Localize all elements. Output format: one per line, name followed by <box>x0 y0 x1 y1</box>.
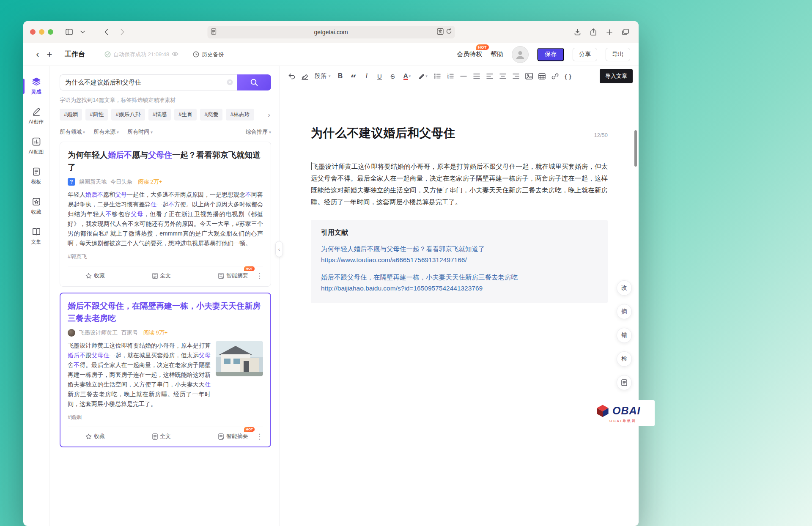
history-backup-button[interactable]: 历史备份 <box>193 51 224 58</box>
document-title[interactable]: 为什么不建议婚后和父母住 <box>311 125 455 141</box>
align-right-icon[interactable] <box>510 70 522 82</box>
search-button[interactable] <box>237 74 271 90</box>
align-left-icon[interactable] <box>484 70 496 82</box>
more-icon[interactable]: ⋮ <box>256 272 263 279</box>
strikethrough-icon[interactable]: S <box>387 70 399 82</box>
sidebar-item-favorites[interactable]: 收藏 <box>23 197 49 216</box>
document-area[interactable]: 为什么不建议婚后和父母住 12/50 飞墨设计师黄工这位即将要结婚的小哥哥，原本… <box>280 86 639 526</box>
text-caret <box>311 162 312 170</box>
sidebar-toggle-icon[interactable] <box>63 27 75 38</box>
rewrite-tool-button[interactable]: 改 <box>617 280 632 296</box>
tag-pill[interactable]: #婚姻 <box>60 109 82 121</box>
sidebar-item-ai-writing[interactable]: AI创作 <box>23 107 49 126</box>
new-document-icon[interactable]: + <box>44 49 55 60</box>
article-tag[interactable]: #郭京飞 <box>68 253 263 260</box>
export-button[interactable]: 导出 <box>606 48 630 61</box>
sidebar-item-collections[interactable]: 文集 <box>23 227 49 246</box>
avatar[interactable] <box>512 46 529 63</box>
help-button[interactable]: 帮助 <box>491 50 503 58</box>
insert-table-icon[interactable] <box>536 70 548 82</box>
citation-url-link[interactable]: http://baijiahao.baidu.com/s?id=16509575… <box>321 283 598 294</box>
document-tool-button[interactable] <box>617 375 632 390</box>
tag-pill[interactable]: #林志玲 <box>226 109 254 121</box>
horizontal-rule-icon[interactable] <box>458 70 469 82</box>
insert-link-icon[interactable] <box>549 70 561 82</box>
translate-icon[interactable] <box>436 28 444 36</box>
highlight-color-icon[interactable]: ▾ <box>416 70 430 82</box>
tag-pill[interactable]: #两性 <box>85 109 108 121</box>
insert-code-icon[interactable]: { } <box>562 70 574 82</box>
undo-icon[interactable] <box>286 70 298 82</box>
article-title[interactable]: 为何年轻人婚后不愿与父母住一起？看看郭京飞就知道了 <box>68 149 263 173</box>
filter-time[interactable]: 所有时间▾ <box>127 128 153 136</box>
error-check-tool-button[interactable]: 错 <box>617 328 632 343</box>
smart-summary-button[interactable]: 智能摘要 HOT <box>218 433 248 440</box>
chevron-down-icon[interactable] <box>76 27 89 38</box>
minimize-window-button[interactable] <box>39 29 44 35</box>
clear-format-icon[interactable] <box>299 70 311 82</box>
sidebar-item-inspiration[interactable]: 灵感 <box>23 77 49 96</box>
address-bar[interactable]: getgetai.com <box>207 26 455 38</box>
share-button[interactable]: 分享 <box>573 48 597 61</box>
sort-select[interactable]: 综合排序▾ <box>246 128 271 136</box>
article-card-selected[interactable]: 婚后不跟父母住，在隔壁再建一栋，小夫妻天天住新房三餐去老房吃 飞墨设计师黄工 百… <box>60 293 271 447</box>
tag-pill[interactable]: #情感 <box>148 109 171 121</box>
tag-pill[interactable]: #恋爱 <box>200 109 222 121</box>
tabs-overview-icon[interactable] <box>619 27 632 38</box>
zoom-window-button[interactable] <box>48 29 53 35</box>
new-tab-icon[interactable] <box>603 27 616 38</box>
tags-more-icon[interactable]: › <box>267 111 271 118</box>
forward-icon[interactable] <box>116 27 129 38</box>
share-icon[interactable] <box>587 27 600 38</box>
sidebar-item-ai-images[interactable]: AI配图 <box>23 137 49 156</box>
italic-icon[interactable]: I <box>361 70 373 82</box>
editor-scrollbar[interactable] <box>634 130 637 167</box>
import-article-button[interactable]: 导入文章 <box>600 69 633 83</box>
reload-icon[interactable] <box>445 28 452 36</box>
font-color-icon[interactable]: A▾ <box>400 70 414 82</box>
summarize-tool-button[interactable]: 摘 <box>617 304 632 319</box>
filter-source[interactable]: 所有来源▾ <box>93 128 119 136</box>
align-center-icon[interactable] <box>497 70 509 82</box>
article-tag[interactable]: #婚姻 <box>68 414 263 421</box>
window-controls[interactable] <box>30 29 53 35</box>
paragraph-style-select[interactable]: 段落▾ <box>312 70 333 82</box>
smart-summary-button[interactable]: 智能摘要 HOT <box>218 272 248 279</box>
close-window-button[interactable] <box>30 29 36 35</box>
favorite-button[interactable]: 收藏 <box>85 433 105 440</box>
search-input[interactable] <box>60 74 237 90</box>
insert-image-icon[interactable] <box>523 70 535 82</box>
filter-domain[interactable]: 所有领域▾ <box>60 128 85 136</box>
tag-pill[interactable]: #生肖 <box>174 109 197 121</box>
nav-rail: 灵感 AI创作 AI配图 模板 收藏 文集 <box>23 66 49 526</box>
more-icon[interactable]: ⋮ <box>256 433 263 440</box>
underline-icon[interactable]: U <box>374 70 386 82</box>
reader-icon[interactable] <box>211 28 216 36</box>
bullet-list-icon[interactable] <box>431 70 443 82</box>
source-name: 飞墨设计师黄工 <box>79 329 118 337</box>
downloads-icon[interactable] <box>571 27 584 38</box>
member-privilege-button[interactable]: HOT 会员特权 <box>457 50 482 58</box>
fulltext-button[interactable]: 全文 <box>152 272 171 279</box>
citation-title-link[interactable]: 婚后不跟父母住，在隔壁再建一栋，小夫妻天天住新房三餐去老房吃 <box>321 272 598 283</box>
back-icon[interactable] <box>100 27 112 38</box>
clear-search-icon[interactable] <box>226 79 233 86</box>
inspect-tool-button[interactable]: 检 <box>617 351 632 367</box>
eye-icon[interactable] <box>172 51 178 58</box>
fulltext-button[interactable]: 全文 <box>152 433 171 440</box>
citation-url-link[interactable]: https://www.toutiao.com/a666517569131249… <box>321 255 598 266</box>
blockquote-icon[interactable]: “ <box>348 70 359 82</box>
save-button[interactable]: 保存 <box>537 48 564 61</box>
ordered-list-icon[interactable]: 123 <box>444 70 456 82</box>
app-back-icon[interactable]: ‹ <box>32 49 44 60</box>
sidebar-item-templates[interactable]: 模板 <box>23 167 49 186</box>
favorite-button[interactable]: 收藏 <box>85 272 105 279</box>
panel-collapse-handle[interactable]: ‹ <box>275 241 283 257</box>
article-title[interactable]: 婚后不跟父母住，在隔壁再建一栋，小夫妻天天住新房三餐去老房吃 <box>68 300 263 324</box>
citation-title-link[interactable]: 为何年轻人婚后不愿与父母住一起？看看郭京飞就知道了 <box>321 244 598 255</box>
tag-pill[interactable]: #娱乐八卦 <box>111 109 145 121</box>
bold-icon[interactable]: B <box>335 70 346 82</box>
article-card[interactable]: 为何年轻人婚后不愿与父母住一起？看看郭京飞就知道了 ? 娱圈新天地 今日头条 阅… <box>60 142 271 287</box>
align-justify-icon[interactable] <box>471 70 483 82</box>
document-paragraph[interactable]: 飞墨设计师黄工这位即将要结婚的小哥哥，原本是打算婚后不跟父母住一起，就在城里买套… <box>311 161 608 208</box>
